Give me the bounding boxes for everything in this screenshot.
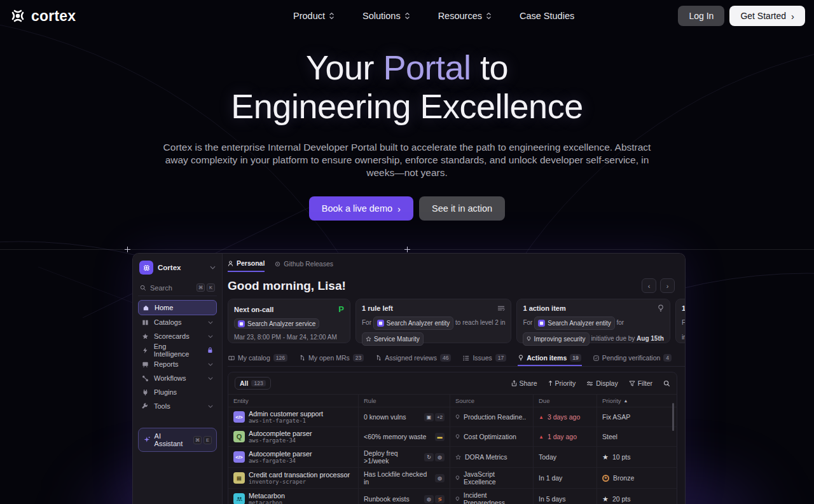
sidebar-item-workflows[interactable]: Workflows — [138, 371, 217, 385]
tab-personal[interactable]: Personal — [228, 259, 265, 272]
arrow-up-icon — [548, 380, 553, 386]
card-body-line2: initiative due by Aug 15th — [682, 332, 685, 343]
card-rule-left[interactable]: 1 rule left For Search Analyzer entity t… — [355, 299, 511, 343]
person-icon — [228, 261, 233, 266]
due-text: 3 days ago — [548, 413, 580, 421]
nav-item-product[interactable]: Product — [293, 11, 335, 21]
priority-sort-button[interactable]: Priority — [548, 379, 576, 387]
bulb-icon — [658, 304, 664, 312]
display-button[interactable]: Display — [586, 379, 617, 387]
tab-label: Action items — [527, 354, 567, 362]
chevron-down-icon — [208, 321, 213, 324]
filter-all-pill[interactable]: All 123 — [235, 377, 271, 390]
table-row[interactable]: </>Autocomplete parseraws-fargate-34 Dep… — [228, 447, 677, 468]
nav-item-case-studies[interactable]: Case Studies — [520, 11, 574, 21]
tab-label: Pending verification — [602, 354, 661, 362]
book-demo-button[interactable]: Book a live demo › — [309, 196, 413, 221]
prev-button[interactable]: ‹ — [642, 278, 656, 293]
col-entity[interactable]: Entity — [228, 395, 359, 407]
display-label: Display — [596, 379, 617, 387]
col-rule[interactable]: Rule — [359, 395, 450, 407]
card-body-line2: Improving security initiative due by Aug… — [523, 332, 663, 346]
source-text: Cost Optimization — [464, 433, 516, 440]
bulb-icon — [455, 475, 460, 481]
tab-issues[interactable]: Issues 17 — [462, 350, 507, 366]
share-label: Share — [520, 379, 537, 387]
bolt-icon — [142, 347, 149, 354]
chevron-updown-icon — [329, 12, 335, 20]
filter-button[interactable]: Filter — [629, 379, 652, 387]
table-row[interactable]: </>Admin customer supportaws-int-fargate… — [228, 407, 677, 427]
priority-text: Fix ASAP — [602, 413, 630, 421]
summary-cards: Next on-call P Search Analyzer service M… — [228, 299, 685, 343]
share-button[interactable]: Share — [511, 379, 537, 387]
card-action-item-2[interactable]: 1 action item For New entity for Improv … — [675, 299, 685, 343]
sidebar-item-plugins[interactable]: Plugins — [138, 385, 217, 399]
entity-chip[interactable]: Search Analyzer service — [234, 318, 319, 329]
entity-chip[interactable]: Search Analyzer entity — [373, 317, 454, 330]
table-row[interactable]: QAutocomplete parseraws-fargate-34 <60% … — [228, 427, 677, 447]
tab-count: 23 — [353, 354, 364, 362]
entity-chip[interactable]: Search Analyzer entity — [534, 317, 615, 330]
sidebar-item-tools[interactable]: Tools — [138, 399, 217, 413]
col-source[interactable]: Source — [450, 395, 534, 407]
bulb-icon — [455, 434, 460, 440]
hero-title-highlight: Portal — [383, 48, 471, 86]
card-body-line2: Service Maturity — [362, 332, 505, 346]
sidebar-item-label: Workflows — [154, 374, 186, 382]
table-row[interactable]: ▤Credit card transaction processorinvent… — [228, 468, 677, 489]
tab-assigned-reviews[interactable]: Assigned reviews 46 — [375, 350, 452, 366]
cortex-logo[interactable]: cortex — [9, 7, 76, 25]
table-search-button[interactable] — [663, 380, 670, 387]
card-next-oncall[interactable]: Next on-call P Search Analyzer service M… — [228, 299, 350, 343]
sort-asc-icon: ▲ — [624, 398, 628, 403]
github-badge: ◍ — [424, 495, 434, 503]
entity-name: Autocomplete parser — [249, 430, 312, 437]
verify-icon — [593, 355, 599, 361]
nav-item-solutions[interactable]: Solutions — [362, 11, 410, 21]
e-key: E — [204, 436, 212, 444]
table-scrollbar[interactable] — [672, 403, 674, 431]
sidebar-item-scorecards[interactable]: Scorecards — [138, 329, 217, 343]
table-row[interactable]: Metacarbonmetacarbon Runbook exists◍≶ In… — [228, 489, 677, 504]
oncall-dates: Mar 23, 8:00 PM - Mar 24, 12:00 AM — [234, 334, 344, 341]
nav-actions: Log In Get Started › — [678, 6, 805, 26]
card-body: For Search Analyzer entity to reach leve… — [362, 317, 505, 330]
workspace-switcher[interactable]: Cortex — [138, 259, 217, 280]
entity-subtitle: aws-fargate-34 — [249, 437, 312, 444]
sliders-icon — [586, 381, 593, 386]
col-due[interactable]: Due — [534, 395, 597, 407]
sidebar-item-eng-intelligence[interactable]: Eng Intelligence — [138, 343, 217, 357]
sidebar-item-home[interactable]: Home — [138, 300, 217, 315]
next-button[interactable]: › — [660, 278, 675, 293]
tab-my-open-mrs[interactable]: My open MRs 23 — [299, 350, 364, 366]
search-icon — [663, 380, 670, 387]
col-priority[interactable]: Priority▲ — [597, 395, 677, 407]
nav-item-resources[interactable]: Resources — [438, 11, 492, 21]
card-action-item-1[interactable]: 1 action item For Search Analyzer entity… — [516, 299, 670, 343]
sidebar-item-reports[interactable]: Reports — [138, 357, 217, 371]
search-input[interactable]: Search ⌘ K — [138, 280, 217, 296]
card-pager: ‹ › — [642, 278, 675, 293]
sidebar-item-catalogs[interactable]: Catalogs — [138, 315, 217, 329]
sidebar-item-label: Eng Intelligence — [154, 343, 202, 358]
tab-github-releases[interactable]: Github Releases — [275, 259, 333, 272]
initiative-chip[interactable]: Improving security — [523, 332, 589, 346]
entity-subtitle: inventory-scraper — [249, 479, 350, 485]
login-button[interactable]: Log In — [678, 6, 724, 26]
priority-text: Steel — [602, 433, 617, 440]
nav-item-label: Case Studies — [520, 11, 574, 21]
ai-assistant-label: AI Assistant — [155, 432, 190, 447]
get-started-button[interactable]: Get Started › — [729, 6, 805, 26]
source-text: DORA Metrics — [465, 453, 507, 461]
scorecard-chip[interactable]: Service Maturity — [362, 332, 424, 346]
ai-assistant-button[interactable]: AI Assistant ⌘ E — [138, 428, 217, 452]
list-icon — [463, 355, 469, 361]
chevron-updown-icon — [486, 12, 492, 20]
tab-pending-verification[interactable]: Pending verification 4 — [593, 350, 672, 366]
see-action-button[interactable]: See it in action — [419, 196, 505, 221]
tab-action-items[interactable]: Action items 19 — [518, 350, 581, 366]
sidebar-item-label: Scorecards — [154, 332, 190, 340]
cross-marker — [125, 247, 130, 252]
tab-my-catalog[interactable]: My catalog 126 — [228, 350, 288, 366]
